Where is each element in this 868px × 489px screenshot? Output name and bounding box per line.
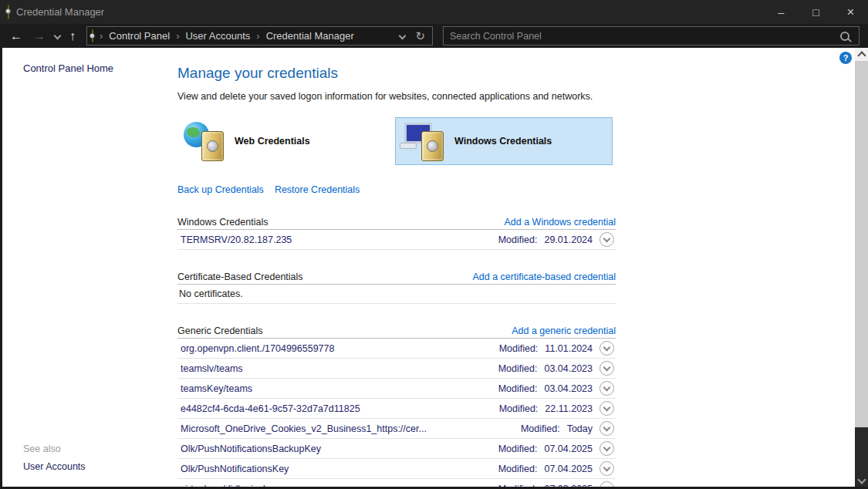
- expand-chevron-button[interactable]: [599, 481, 614, 489]
- breadcrumb-user-accounts[interactable]: User Accounts: [185, 30, 250, 42]
- modified-date: 29.01.2024: [544, 234, 593, 245]
- modified-label: Modified:: [498, 383, 538, 394]
- section-header: Windows Credentials: [177, 217, 268, 228]
- modified-label: Modified:: [498, 464, 538, 474]
- expand-chevron-button[interactable]: [599, 441, 614, 456]
- breadcrumb-separator-icon: ›: [250, 30, 265, 42]
- up-icon[interactable]: ↑: [64, 30, 81, 42]
- credential-name[interactable]: Olk/PushNotificationsKey: [177, 464, 289, 474]
- sidebar-item-control-panel-home[interactable]: Control Panel Home: [23, 62, 113, 74]
- tile-web-credentials[interactable]: Web Credentials: [177, 117, 387, 165]
- add-windows-credential-link[interactable]: Add a Windows credential: [504, 217, 616, 228]
- modified-date: 03.04.2023: [544, 363, 593, 374]
- credential-row: Olk/PushNotificationsBackupKey Modified:…: [177, 439, 616, 459]
- credential-name[interactable]: virtualapp/didlogical: [177, 484, 265, 489]
- credential-row: Olk/PushNotificationsKey Modified: 07.04…: [177, 459, 616, 479]
- section-certificate-credentials: Certificate-Based Credentials Add a cert…: [177, 267, 616, 304]
- modified-date: 07.04.2025: [544, 464, 593, 474]
- history-dropdown-icon[interactable]: [51, 28, 64, 42]
- credential-name[interactable]: Olk/PushNotificationsBackupKey: [177, 443, 321, 454]
- help-icon[interactable]: ?: [839, 52, 852, 64]
- add-generic-credential-link[interactable]: Add a generic credential: [512, 325, 616, 336]
- expand-chevron-button[interactable]: [599, 232, 614, 247]
- back-icon[interactable]: ←: [5, 30, 28, 42]
- page-description: View and delete your saved logon informa…: [177, 91, 593, 102]
- web-credentials-icon: [184, 121, 227, 161]
- section-header: Certificate-Based Credentials: [177, 271, 303, 282]
- expand-chevron-button[interactable]: [599, 341, 614, 356]
- modified-label: Modified:: [498, 234, 538, 245]
- modified-date: 07.04.2025: [544, 443, 593, 454]
- scroll-down-icon[interactable]: [855, 474, 868, 487]
- vertical-scrollbar[interactable]: [855, 48, 868, 487]
- section-generic-credentials: Generic Credentials Add a generic creden…: [177, 321, 616, 489]
- breadcrumb-control-panel[interactable]: Control Panel: [109, 30, 170, 42]
- modified-label: Modified:: [498, 443, 538, 454]
- expand-chevron-button[interactable]: [599, 381, 614, 396]
- credential-name[interactable]: org.openvpn.client./1704996559778: [177, 343, 334, 354]
- address-bar[interactable]: › Control Panel › User Accounts › Creden…: [86, 26, 433, 46]
- modified-label: Modified:: [499, 343, 539, 354]
- window-controls: – □ ×: [764, 0, 868, 24]
- expand-chevron-button[interactable]: [599, 361, 614, 376]
- breadcrumb-app-icon: [92, 30, 93, 42]
- see-also-label: See also: [23, 443, 61, 454]
- credential-row: virtualapp/didlogical Modified: 27.03.20…: [177, 479, 616, 489]
- modified-date: 03.04.2023: [544, 383, 593, 394]
- credential-sections: Windows Credentials Add a Windows creden…: [177, 212, 616, 489]
- restore-credentials-link[interactable]: Restore Credentials: [275, 184, 360, 195]
- credential-row: TERMSRV/20.82.187.235 Modified: 29.01.20…: [177, 230, 616, 250]
- main-panel: Manage your credentials View and delete …: [177, 48, 616, 487]
- modified-date: 11.01.2024: [545, 343, 593, 354]
- close-button[interactable]: ×: [833, 0, 868, 24]
- credential-manager-window: Credential Manager – □ × ← → ↑ › Control…: [0, 0, 868, 489]
- forward-icon[interactable]: →: [28, 30, 51, 42]
- credential-name[interactable]: e4482cf4-6cda-4e61-9c57-32d7a7d11825: [177, 403, 360, 414]
- tile-label: Windows Credentials: [454, 136, 552, 147]
- page-title: Manage your credentials: [177, 65, 338, 82]
- refresh-icon[interactable]: ↻: [412, 29, 432, 43]
- credential-name[interactable]: teamsKey/teams: [177, 383, 252, 394]
- minimize-button[interactable]: –: [764, 0, 799, 24]
- scroll-up-icon[interactable]: [855, 48, 868, 61]
- credential-row: teamslv/teams Modified: 03.04.2023: [177, 359, 616, 379]
- expand-chevron-button[interactable]: [599, 401, 614, 416]
- credential-name[interactable]: Microsoft_OneDrive_Cookies_v2_Business1_…: [177, 423, 427, 434]
- backup-credentials-link[interactable]: Back up Credentials: [177, 184, 264, 195]
- sidebar-item-user-accounts[interactable]: User Accounts: [23, 461, 86, 472]
- expand-chevron-button[interactable]: [599, 421, 614, 436]
- modified-label: Modified:: [499, 403, 539, 414]
- tile-windows-credentials[interactable]: Windows Credentials: [395, 117, 613, 165]
- scrollbar-thumb[interactable]: [855, 61, 868, 427]
- search-input[interactable]: [444, 31, 840, 42]
- credential-actions: Back up Credentials Restore Credentials: [177, 184, 360, 195]
- section-header: Generic Credentials: [177, 325, 262, 336]
- expand-chevron-button[interactable]: [599, 461, 614, 476]
- no-certificates-text: No certificates.: [177, 285, 616, 304]
- breadcrumb-credential-manager[interactable]: Credential Manager: [266, 30, 354, 42]
- search-box: [443, 26, 860, 46]
- address-dropdown-icon[interactable]: [393, 29, 412, 41]
- window-title: Credential Manager: [16, 6, 104, 18]
- search-icon[interactable]: [840, 32, 849, 41]
- maximize-button[interactable]: □: [799, 0, 833, 24]
- titlebar: Credential Manager – □ ×: [0, 0, 868, 24]
- breadcrumb-separator-icon: ›: [170, 30, 185, 42]
- modified-label: Modified:: [498, 363, 538, 374]
- breadcrumb-separator-icon: ›: [93, 30, 109, 42]
- credential-name[interactable]: TERMSRV/20.82.187.235: [177, 234, 292, 245]
- sidebar: Control Panel Home See also User Account…: [2, 48, 172, 487]
- credential-row: teamsKey/teams Modified: 03.04.2023: [177, 379, 616, 399]
- credential-name[interactable]: teamslv/teams: [177, 363, 243, 374]
- modified-date: 27.03.2025: [544, 484, 593, 489]
- safe-icon: [421, 131, 444, 161]
- credential-row: e4482cf4-6cda-4e61-9c57-32d7a7d11825 Mod…: [177, 399, 616, 419]
- safe-icon: [201, 131, 224, 161]
- credential-row: org.openvpn.client./1704996559778 Modifi…: [177, 339, 616, 359]
- section-windows-credentials: Windows Credentials Add a Windows creden…: [177, 212, 616, 250]
- add-certificate-credential-link[interactable]: Add a certificate-based credential: [472, 271, 616, 282]
- content-area: Control Panel Home See also User Account…: [0, 48, 868, 489]
- credential-row: Microsoft_OneDrive_Cookies_v2_Business1_…: [177, 419, 616, 439]
- tile-label: Web Credentials: [235, 136, 310, 147]
- modified-date: Today: [567, 423, 593, 434]
